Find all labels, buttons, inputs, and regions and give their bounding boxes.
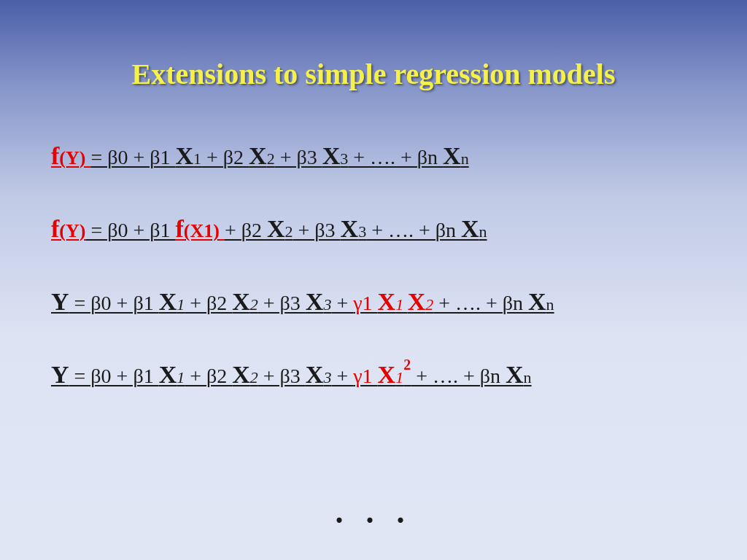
eq1-xn: X xyxy=(443,142,461,169)
eq3-plus: + xyxy=(331,292,353,314)
eq3-x3: X xyxy=(306,288,324,315)
eq3-ix2: X xyxy=(408,288,426,315)
eq2-x1p: (X1) xyxy=(184,220,220,241)
eq1-xns: n xyxy=(461,149,469,168)
eq4-Y: Y xyxy=(51,361,69,388)
eq2-b2: + β2 xyxy=(225,219,267,241)
eq3-x1s: 1 xyxy=(177,295,185,314)
eq2-xns: n xyxy=(479,222,487,241)
slide: Extensions to simple regression models f… xyxy=(0,0,747,560)
equation-2: f(Y) = β0 + β1 f(X1) + β2 X2 + β3 X3 + …… xyxy=(51,215,696,243)
eq3-x2s: 2 xyxy=(250,295,258,314)
slide-body: f(Y) = β0 + β1 X1 + β2 X2 + β3 X3 + …. +… xyxy=(51,142,696,389)
eq4-x2: X xyxy=(232,361,250,388)
eq3-tail: + …. + βn xyxy=(433,292,528,314)
equation-3: Y = β0 + β1 X1 + β2 X2 + β3 X3 + γ1 X1 X… xyxy=(51,288,696,316)
eq2-xn: X xyxy=(461,215,479,242)
eq1-b3: + β3 xyxy=(275,146,322,168)
eq3-ix1s: 1 xyxy=(395,295,408,314)
eq3-x3s: 3 xyxy=(323,295,331,314)
eq1-x1: X xyxy=(176,142,194,169)
eq3-b0b1: = β0 + β1 xyxy=(69,292,159,314)
eq4-b0b1: = β0 + β1 xyxy=(69,365,159,387)
eq3-b2: + β2 xyxy=(185,292,232,314)
eq4-x3: X xyxy=(306,361,324,388)
eq3-b3: + β3 xyxy=(258,292,306,314)
eq4-squared: 2 xyxy=(403,357,411,373)
eq2-f: f xyxy=(51,215,59,242)
eq2-tail: + …. + βn xyxy=(366,219,461,241)
eq4-x1: X xyxy=(159,361,177,388)
eq4-qxs: 1 xyxy=(395,368,403,386)
eq4-qx: X xyxy=(378,361,396,388)
eq3-ix2s: 2 xyxy=(425,295,433,314)
slide-title: Extensions to simple regression models xyxy=(0,57,747,91)
eq2-x2: X xyxy=(267,215,285,242)
eq3-x1: X xyxy=(159,288,177,315)
eq3-gamma: γ1 xyxy=(353,292,377,314)
eq4-plus: + xyxy=(331,365,353,387)
eq4-b3: + β3 xyxy=(258,365,306,387)
eq1-x3: X xyxy=(322,142,341,169)
eq1-y: (Y) xyxy=(59,147,85,168)
eq2-x3s: 3 xyxy=(358,222,366,241)
equation-4: Y = β0 + β1 X1 + β2 X2 + β3 X3 + γ1 X12 … xyxy=(51,361,696,389)
eq4-x1s: 1 xyxy=(177,368,185,386)
ellipsis: . . . xyxy=(0,494,747,531)
eq1-tail: + …. + βn xyxy=(348,146,443,168)
eq2-b3: + β3 xyxy=(293,219,341,241)
eq4-tail: + …. + βn xyxy=(411,365,506,387)
eq2-y: (Y) xyxy=(59,220,85,241)
eq3-ix1: X xyxy=(378,288,396,315)
eq4-gamma: γ1 xyxy=(353,365,377,387)
eq1-x1s: 1 xyxy=(193,149,201,168)
eq2-x2s: 2 xyxy=(285,222,293,241)
eq1-x2s: 2 xyxy=(267,149,275,168)
eq1-b0b1: = β0 + β1 xyxy=(90,146,175,168)
equation-1: f(Y) = β0 + β1 X1 + β2 X2 + β3 X3 + …. +… xyxy=(51,142,696,170)
eq2-b0b1: = β0 + β1 xyxy=(85,219,175,241)
eq1-b2: + β2 xyxy=(201,146,249,168)
eq1-x3s: 3 xyxy=(340,149,348,168)
eq2-x3: X xyxy=(341,215,359,242)
eq3-Y: Y xyxy=(51,288,69,315)
eq3-xns: n xyxy=(546,295,554,314)
eq3-xn: X xyxy=(528,288,546,315)
eq3-x2: X xyxy=(232,288,250,315)
eq1-f: f xyxy=(51,142,59,169)
eq1-x2: X xyxy=(249,142,267,169)
eq4-xn: X xyxy=(506,361,524,388)
eq4-x2s: 2 xyxy=(250,368,258,386)
eq4-b2: + β2 xyxy=(185,365,232,387)
eq2-f1: f xyxy=(176,215,184,242)
eq4-xns: n xyxy=(524,368,532,386)
eq4-x3s: 3 xyxy=(323,368,331,386)
